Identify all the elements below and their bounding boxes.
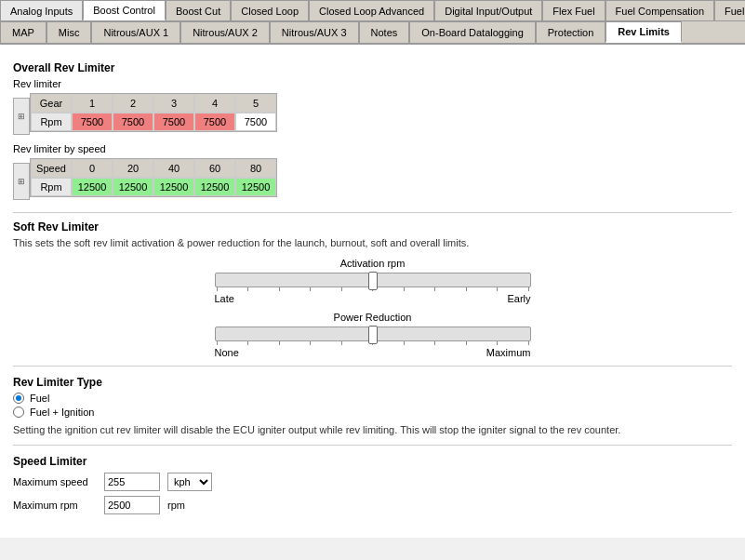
gear-table: Gear 1 2 3 4 5 Rpm 7500 7500 7500 7500 7… xyxy=(30,93,277,132)
speed-table: Speed 0 20 40 60 80 Rpm 12500 12500 1250… xyxy=(30,158,277,197)
divider-1 xyxy=(13,212,732,213)
max-rpm-input[interactable] xyxy=(104,496,160,514)
gear-rpm-1[interactable]: 7500 xyxy=(72,113,113,131)
speed-col-40: 40 xyxy=(153,159,194,178)
radio-fuel-row: Fuel xyxy=(13,393,732,404)
speed-col-80: 80 xyxy=(235,159,276,178)
activation-rpm-label: Activation rpm xyxy=(13,258,732,269)
speed-limiter-section: Speed Limiter Maximum speed kph mph Maxi… xyxy=(13,455,732,514)
speed-header-row: Speed 0 20 40 60 80 xyxy=(31,159,276,178)
speed-rpm-label: Rpm xyxy=(31,178,72,196)
speed-rpm-20[interactable]: 12500 xyxy=(113,178,153,196)
top-tab-bar: Analog Inputs Boost Control Boost Cut Cl… xyxy=(0,0,745,21)
gear-table-icon: ⊞ xyxy=(13,98,30,135)
tab-digital-input-output[interactable]: Digital Input/Output xyxy=(434,0,542,20)
tab-closed-loop[interactable]: Closed Loop xyxy=(231,0,309,20)
radio-fuel-ignition[interactable] xyxy=(13,407,24,418)
late-label: Late xyxy=(215,293,234,304)
speed-rpm-60[interactable]: 12500 xyxy=(194,178,235,196)
speed-limiter-title: Speed Limiter xyxy=(13,455,732,468)
gear-col-header: Gear xyxy=(31,94,72,113)
radio-fuel[interactable] xyxy=(13,393,24,404)
soft-rev-limiter-section: Soft Rev Limiter This sets the soft rev … xyxy=(13,220,732,358)
speed-rpm-0[interactable]: 12500 xyxy=(72,178,113,196)
radio-fuel-ignition-label: Fuel + Ignition xyxy=(30,407,94,418)
gear-rpm-5[interactable]: 7500 xyxy=(235,113,276,131)
tab-flex-fuel[interactable]: Flex Fuel xyxy=(542,0,605,20)
gear-col-5: 5 xyxy=(235,94,276,113)
power-reduction-slider[interactable] xyxy=(215,327,531,341)
sub-tab-nitrous-aux2[interactable]: Nitrous/AUX 2 xyxy=(180,21,270,43)
divider-3 xyxy=(13,445,732,446)
overall-rev-limiter-title: Overall Rev Limiter xyxy=(13,61,732,74)
speed-col-20: 20 xyxy=(113,159,153,178)
sub-tab-nitrous-aux1[interactable]: Nitrous/AUX 1 xyxy=(91,21,180,43)
tab-fuel-i[interactable]: Fuel I xyxy=(714,0,745,20)
sub-tab-on-board-datalogging[interactable]: On-Board Datalogging xyxy=(409,21,535,43)
sub-tab-nitrous-aux3[interactable]: Nitrous/AUX 3 xyxy=(270,21,359,43)
rev-limiter-speed-subtitle: Rev limiter by speed xyxy=(13,143,732,154)
speed-col-60: 60 xyxy=(194,159,235,178)
gear-col-4: 4 xyxy=(194,94,235,113)
speed-col-0: 0 xyxy=(72,159,113,178)
gear-table-container: ⊞ Gear 1 2 3 4 5 Rpm 7500 7500 7500 7500… xyxy=(13,93,732,140)
gear-col-2: 2 xyxy=(113,94,153,113)
tab-boost-control[interactable]: Boost Control xyxy=(83,0,166,20)
max-rpm-label: Maximum rpm xyxy=(13,500,97,511)
sub-tab-map[interactable]: MAP xyxy=(0,21,47,43)
gear-rpm-3[interactable]: 7500 xyxy=(153,113,194,131)
power-reduction-ends: None Maximum xyxy=(215,347,531,358)
maximum-label: Maximum xyxy=(486,347,531,358)
max-rpm-row: Maximum rpm rpm xyxy=(13,496,732,514)
early-label: Early xyxy=(507,293,530,304)
tab-analog-inputs[interactable]: Analog Inputs xyxy=(0,0,83,20)
soft-rev-description: This sets the soft rev limit activation … xyxy=(13,237,732,248)
max-speed-row: Maximum speed kph mph xyxy=(13,473,732,491)
rpm-unit-label: rpm xyxy=(167,500,185,511)
max-speed-input[interactable] xyxy=(104,473,160,491)
rev-limiter-type-section: Rev Limiter Type Fuel Fuel + Ignition Se… xyxy=(13,376,732,437)
gear-header-row: Gear 1 2 3 4 5 xyxy=(31,94,276,113)
gear-rpm-row: Rpm 7500 7500 7500 7500 7500 xyxy=(31,113,276,131)
radio-fuel-label: Fuel xyxy=(30,393,49,404)
soft-rev-limiter-title: Soft Rev Limiter xyxy=(13,220,732,233)
speed-unit-select[interactable]: kph mph xyxy=(167,473,212,491)
gear-rpm-4[interactable]: 7500 xyxy=(194,113,235,131)
sub-tab-rev-limits[interactable]: Rev Limits xyxy=(605,21,682,43)
gear-rpm-2[interactable]: 7500 xyxy=(113,113,153,131)
rev-limiter-type-title: Rev Limiter Type xyxy=(13,376,732,389)
sub-tab-protection[interactable]: Protection xyxy=(536,21,606,43)
power-reduction-thumb[interactable] xyxy=(368,326,378,344)
rev-limiter-subtitle: Rev limiter xyxy=(13,78,732,89)
tab-closed-loop-advanced[interactable]: Closed Loop Advanced xyxy=(309,0,434,20)
speed-rpm-80[interactable]: 12500 xyxy=(235,178,276,196)
speed-rpm-row: Rpm 12500 12500 12500 12500 12500 xyxy=(31,178,276,196)
sub-tab-bar: MAP Misc Nitrous/AUX 1 Nitrous/AUX 2 Nit… xyxy=(0,21,745,45)
ignition-note: Setting the ignition cut rev limiter wil… xyxy=(13,423,732,437)
speed-col-header: Speed xyxy=(31,159,72,178)
gear-col-3: 3 xyxy=(153,94,194,113)
radio-fuel-ignition-row: Fuel + Ignition xyxy=(13,407,732,418)
power-reduction-label: Power Reduction xyxy=(13,312,732,323)
none-label: None xyxy=(215,347,239,358)
gear-col-1: 1 xyxy=(72,94,113,113)
speed-table-icon: ⊞ xyxy=(13,163,30,200)
activation-rpm-ends: Late Early xyxy=(215,293,531,304)
activation-rpm-group: Activation rpm Late Early xyxy=(13,258,732,304)
tab-fuel-compensation[interactable]: Fuel Compensation xyxy=(605,0,714,20)
main-content: Overall Rev Limiter Rev limiter ⊞ Gear 1… xyxy=(0,45,745,538)
speed-rpm-40[interactable]: 12500 xyxy=(153,178,194,196)
activation-rpm-thumb[interactable] xyxy=(368,272,378,290)
speed-table-container: ⊞ Speed 0 20 40 60 80 Rpm 12500 12500 12… xyxy=(13,158,732,205)
divider-2 xyxy=(13,366,732,367)
sub-tab-notes[interactable]: Notes xyxy=(359,21,410,43)
sub-tab-misc[interactable]: Misc xyxy=(47,21,92,43)
tab-boost-cut[interactable]: Boost Cut xyxy=(166,0,231,20)
gear-rpm-label: Rpm xyxy=(31,113,72,131)
power-reduction-group: Power Reduction None Maximum xyxy=(13,312,732,358)
max-speed-label: Maximum speed xyxy=(13,476,97,487)
activation-rpm-slider[interactable] xyxy=(215,273,531,287)
